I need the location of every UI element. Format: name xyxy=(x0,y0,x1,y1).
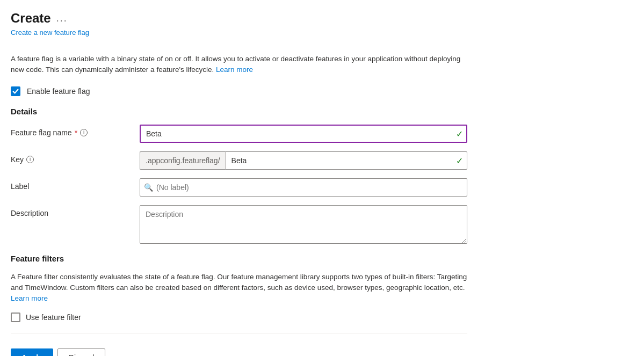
apply-button[interactable]: Apply xyxy=(11,348,53,356)
label-wrapper: 🔍 xyxy=(140,178,467,197)
feature-flag-name-input-container: ✓ xyxy=(140,125,467,143)
title-row: Create ... xyxy=(11,11,467,26)
enable-feature-flag-checkbox[interactable] xyxy=(11,86,20,96)
key-input-row: .appconfig.featureflag/ ✓ xyxy=(140,151,467,170)
description-label: Description xyxy=(11,205,140,217)
use-feature-filter-label: Use feature filter xyxy=(26,313,81,322)
feature-filters-learn-more-link[interactable]: Learn more xyxy=(11,294,48,302)
use-feature-filter-row: Use feature filter xyxy=(11,313,467,322)
feature-flag-name-check-icon: ✓ xyxy=(456,128,463,139)
description-textarea[interactable] xyxy=(140,205,467,244)
ellipsis-menu-button[interactable]: ... xyxy=(56,13,68,24)
action-row: Apply Discard xyxy=(11,344,467,356)
key-group: Key i .appconfig.featureflag/ ✓ xyxy=(11,151,467,170)
discard-button[interactable]: Discard xyxy=(57,348,105,356)
subtitle-link[interactable]: Create a new feature flag xyxy=(11,28,89,37)
label-search-icon: 🔍 xyxy=(144,183,153,192)
key-wrapper: .appconfig.featureflag/ ✓ xyxy=(140,151,467,170)
feature-flag-name-info-icon[interactable]: i xyxy=(80,129,88,136)
key-input-container: ✓ xyxy=(226,151,467,170)
feature-flag-name-input[interactable] xyxy=(140,125,467,143)
key-info-icon[interactable]: i xyxy=(26,156,34,163)
use-feature-filter-checkbox[interactable] xyxy=(11,313,20,322)
key-prefix: .appconfig.featureflag/ xyxy=(140,151,226,170)
page-description: A feature flag is a variable with a bina… xyxy=(11,54,467,76)
description-group: Description xyxy=(11,205,467,245)
feature-flag-name-group: Feature flag name * i ✓ xyxy=(11,125,467,143)
description-learn-more-link[interactable]: Learn more xyxy=(216,66,253,74)
key-check-icon: ✓ xyxy=(456,155,463,165)
action-divider xyxy=(11,333,467,333)
details-section-title: Details xyxy=(11,107,467,116)
enable-feature-flag-row: Enable feature flag xyxy=(11,86,467,96)
label-input[interactable] xyxy=(140,178,467,197)
feature-flag-name-label: Feature flag name * i xyxy=(11,125,140,137)
page-title: Create xyxy=(11,11,51,26)
feature-filters-description: A Feature filter consistently evaluates … xyxy=(11,272,467,304)
key-input[interactable] xyxy=(226,151,467,170)
label-input-container: 🔍 xyxy=(140,178,467,197)
key-label: Key i xyxy=(11,151,140,164)
required-indicator: * xyxy=(75,128,77,137)
label-group: Label 🔍 xyxy=(11,178,467,197)
label-label: Label xyxy=(11,178,140,191)
feature-flag-name-wrapper: ✓ xyxy=(140,125,467,143)
feature-filters-section-title: Feature filters xyxy=(11,254,467,263)
enable-feature-flag-label: Enable feature flag xyxy=(27,87,90,96)
description-wrapper xyxy=(140,205,467,245)
